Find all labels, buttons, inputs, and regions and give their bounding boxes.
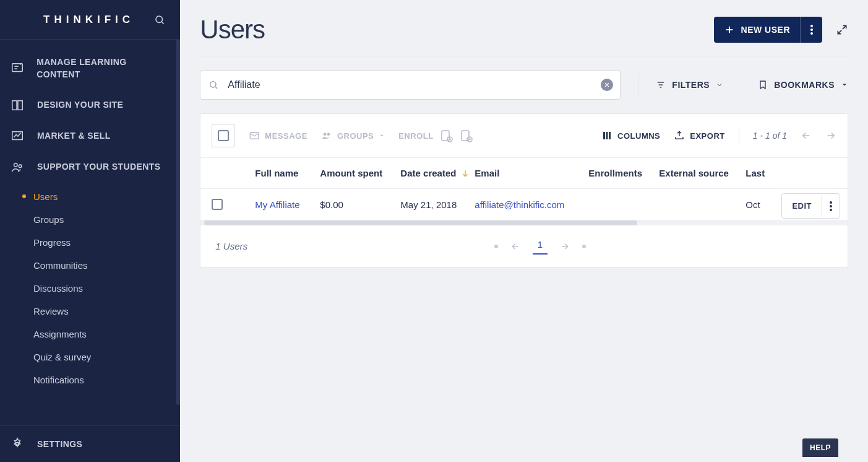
table-footer: 1 Users 1 xyxy=(200,225,848,267)
arrow-right-icon xyxy=(825,130,836,141)
subnav-label: Progress xyxy=(33,237,71,248)
plus-icon xyxy=(724,24,735,35)
col-date-created[interactable]: Date created xyxy=(400,168,475,178)
cell-amount-spent: $0.00 xyxy=(320,199,400,210)
dot-icon xyxy=(22,217,26,221)
filters-button[interactable]: FILTERS xyxy=(656,80,723,90)
search-icon[interactable] xyxy=(154,14,165,25)
arrow-left-icon xyxy=(510,242,520,251)
col-external-source[interactable]: External source xyxy=(659,168,746,178)
pager-prev xyxy=(510,242,520,251)
subnav-item-notifications[interactable]: Notifications xyxy=(0,368,180,391)
svg-marker-25 xyxy=(380,135,384,137)
col-last[interactable]: Last xyxy=(746,168,770,178)
cell-email[interactable]: affiliate@thinkific.com xyxy=(475,199,588,210)
pager: 1 xyxy=(494,238,586,255)
svg-point-13 xyxy=(810,32,813,35)
svg-rect-26 xyxy=(442,131,449,141)
subnav-item-quiz-survey[interactable]: Quiz & survey xyxy=(0,346,180,368)
col-enrollments[interactable]: Enrollments xyxy=(588,168,659,178)
dot-icon xyxy=(22,263,26,267)
new-user-more-button[interactable] xyxy=(800,17,822,43)
subnav-label: Communities xyxy=(33,260,88,271)
clear-search-button[interactable] xyxy=(601,79,613,91)
subnav-item-reviews[interactable]: Reviews xyxy=(0,300,180,323)
export-label: EXPORT xyxy=(690,131,724,141)
pager-first-dot[interactable] xyxy=(494,245,498,248)
learning-icon xyxy=(9,61,25,75)
nav-section-market-sell[interactable]: MARKET & SELL xyxy=(0,121,180,152)
columns-button[interactable]: COLUMNS xyxy=(601,130,660,141)
col-full-name[interactable]: Full name xyxy=(255,168,320,178)
settings-label: SETTINGS xyxy=(37,439,82,449)
footer-count: 1 Users xyxy=(215,241,247,251)
svg-rect-34 xyxy=(606,132,608,139)
subnav-item-discussions[interactable]: Discussions xyxy=(0,277,180,300)
search-wrap xyxy=(200,70,621,100)
groups-action: GROUPS xyxy=(321,130,385,141)
active-dot-icon xyxy=(22,194,26,198)
nav-section-label: MARKET & SELL xyxy=(37,129,111,142)
row-actions: EDIT xyxy=(781,193,840,219)
help-button[interactable]: HELP xyxy=(802,438,838,457)
bookmarks-button[interactable]: BOOKMARKS xyxy=(758,80,848,90)
nav-section-manage-learning[interactable]: MANAGE LEARNING CONTENT xyxy=(0,47,180,90)
toolbar: FILTERS BOOKMARKS xyxy=(200,56,848,113)
subnav-item-groups[interactable]: Groups xyxy=(0,208,180,231)
more-vertical-icon xyxy=(830,201,832,211)
subnav-item-users[interactable]: Users xyxy=(0,185,180,208)
table-row[interactable]: My Affiliate $0.00 May 21, 2018 affiliat… xyxy=(200,189,848,220)
col-amount-spent[interactable]: Amount spent xyxy=(320,168,400,178)
svg-marker-21 xyxy=(843,84,846,86)
nav-section-design-site[interactable]: DESIGN YOUR SITE xyxy=(0,90,180,121)
svg-point-24 xyxy=(327,133,330,136)
search-input[interactable] xyxy=(200,70,621,100)
table-horizontal-scrollbar[interactable] xyxy=(200,220,848,225)
cell-full-name[interactable]: My Affiliate xyxy=(255,199,320,210)
edit-button[interactable]: EDIT xyxy=(782,194,822,218)
svg-point-0 xyxy=(156,16,163,23)
message-label: MESSAGE xyxy=(265,131,307,141)
col-email[interactable]: Email xyxy=(475,168,588,178)
chart-icon xyxy=(9,129,26,143)
scrollbar-thumb[interactable] xyxy=(204,220,637,225)
new-user-button[interactable]: NEW USER xyxy=(714,17,800,43)
subnav-item-assignments[interactable]: Assignments xyxy=(0,323,180,346)
svg-point-12 xyxy=(810,28,813,31)
pager-last-dot[interactable] xyxy=(582,245,586,248)
pager-current[interactable]: 1 xyxy=(533,238,548,255)
more-vertical-icon xyxy=(810,25,813,35)
nav-settings[interactable]: SETTINGS xyxy=(9,437,171,451)
subnav-support: Users Groups Progress Communities Discus… xyxy=(0,183,180,395)
dot-icon xyxy=(22,378,26,381)
page-title: Users xyxy=(200,15,265,45)
columns-icon xyxy=(601,130,612,141)
filter-icon xyxy=(656,80,666,90)
toolbar-divider xyxy=(739,127,739,144)
subnav-label: Discussions xyxy=(33,283,83,294)
layout-icon xyxy=(9,98,26,112)
svg-point-6 xyxy=(14,163,18,167)
svg-point-14 xyxy=(210,82,216,87)
export-button[interactable]: EXPORT xyxy=(674,130,724,141)
enroll-label: ENROLL xyxy=(398,131,433,141)
subnav-label: Reviews xyxy=(33,306,69,316)
nav-section-support-students[interactable]: SUPPORT YOUR STUDENTS xyxy=(0,152,180,183)
expand-button[interactable] xyxy=(836,24,848,36)
bookmark-icon xyxy=(758,80,768,90)
subnav-item-progress[interactable]: Progress xyxy=(0,231,180,254)
select-all-checkbox[interactable] xyxy=(218,130,229,141)
nav-section-label: DESIGN YOUR SITE xyxy=(37,98,123,111)
subnav-item-communities[interactable]: Communities xyxy=(0,254,180,277)
svg-point-39 xyxy=(830,201,832,204)
row-checkbox[interactable] xyxy=(212,199,223,210)
new-user-label: NEW USER xyxy=(741,25,790,35)
header-actions: NEW USER xyxy=(714,17,848,43)
sidebar-footer: SETTINGS xyxy=(0,425,180,462)
export-icon xyxy=(674,130,685,141)
table-toolbar: MESSAGE GROUPS ENROLL COLUMNS EXPORT xyxy=(200,114,848,157)
row-more-button[interactable] xyxy=(822,195,840,217)
table-header-row: Full name Amount spent Date created Emai… xyxy=(200,157,848,189)
dot-icon xyxy=(22,355,26,359)
svg-rect-4 xyxy=(18,100,22,110)
